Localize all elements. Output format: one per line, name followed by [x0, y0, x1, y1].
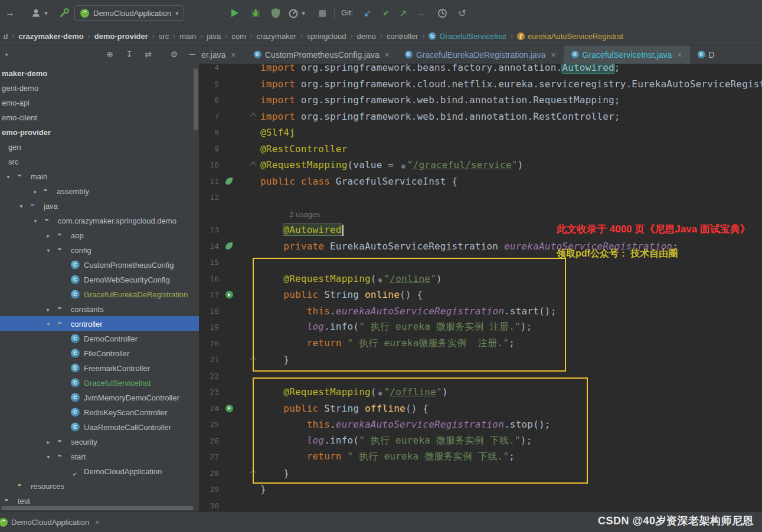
line-number[interactable]: 15	[199, 258, 221, 267]
line-number[interactable]: 5	[199, 80, 221, 88]
tree-item-democloudapplication[interactable]: DemoCloudApplication	[0, 464, 199, 478]
tree-item-democontroller[interactable]: CDemoController	[0, 331, 199, 346]
close-tab-icon[interactable]: ×	[677, 50, 682, 60]
settings-icon[interactable]: ⚙	[168, 48, 180, 60]
chevron-down-icon[interactable]: ▾	[42, 7, 50, 19]
nav-forward-icon[interactable]: →	[4, 7, 17, 19]
tree-item-gent-demo[interactable]: gent-demo	[0, 80, 199, 95]
git-push-icon[interactable]: ↗	[397, 7, 410, 19]
run-with-coverage-icon[interactable]	[269, 7, 282, 19]
chevron-down-icon[interactable]: ▾	[45, 320, 52, 327]
horizontal-scrollbar[interactable]	[1, 506, 194, 510]
tree-item-controller[interactable]: ▾controller	[0, 316, 199, 331]
close-tab-icon[interactable]: ×	[551, 50, 555, 60]
breadcrumb-item-d[interactable]: d	[4, 32, 8, 41]
tree-item-constants[interactable]: ▸constants	[0, 301, 199, 316]
line-number[interactable]: 24	[199, 404, 221, 413]
line-number[interactable]: 20	[199, 339, 221, 348]
chevron-down-icon[interactable]: ▾	[18, 202, 25, 209]
chevron-right-icon[interactable]: ▸	[45, 306, 52, 312]
debug-icon[interactable]	[249, 7, 262, 19]
rollback-icon[interactable]: ↺	[456, 7, 469, 19]
close-tab-icon[interactable]: ×	[231, 50, 236, 60]
hide-icon[interactable]: ─	[187, 48, 198, 60]
compare-icon[interactable]: ⇄	[142, 48, 154, 60]
line-number[interactable]: 12	[199, 193, 221, 202]
git-update-icon[interactable]: ↙	[361, 7, 374, 19]
chevron-down-icon[interactable]: ▾	[45, 247, 52, 253]
tree-item-gracefulserviceinst[interactable]: CGracefulServiceInst	[0, 375, 199, 390]
line-number[interactable]: 7	[199, 112, 221, 121]
line-number[interactable]: 23	[199, 387, 221, 396]
line-number[interactable]: 27	[199, 452, 221, 461]
line-number[interactable]: 10	[199, 160, 221, 169]
editor-tab-er-java[interactable]: er.java×	[199, 45, 246, 64]
tree-item-resources[interactable]: resources	[0, 478, 199, 493]
line-number[interactable]: 21	[199, 355, 221, 364]
breadcrumb-item-demo-provider[interactable]: demo-provider	[94, 32, 148, 41]
tree-item-uaaremotecallcontroller[interactable]: CUaaRemoteCallController	[0, 419, 199, 434]
profiler-icon[interactable]	[287, 7, 300, 19]
request-mapping-icon[interactable]	[225, 405, 233, 412]
line-number[interactable]: 18	[199, 307, 221, 316]
chevron-right-icon[interactable]: ▸	[45, 438, 52, 445]
breadcrumb-item-main[interactable]: main	[179, 32, 196, 41]
chevron-right-icon[interactable]: ▸	[45, 232, 52, 238]
line-number[interactable]: 19	[199, 323, 221, 331]
tree-item-freemarkcontroller[interactable]: CFreemarkController	[0, 360, 199, 375]
line-number[interactable]: 8	[199, 128, 221, 137]
chevron-down-icon[interactable]: ▾	[5, 173, 12, 179]
spring-bean-icon[interactable]	[225, 178, 233, 185]
fold-marker-icon[interactable]	[250, 162, 256, 168]
git-commit-icon[interactable]: ✔	[380, 7, 393, 19]
breadcrumb-item-com[interactable]: com	[231, 32, 246, 41]
editor-tab-d[interactable]: CD	[690, 45, 715, 64]
tree-item-gen[interactable]: gen	[0, 139, 199, 154]
wrench-icon[interactable]	[58, 7, 71, 19]
spring-bean-icon[interactable]	[225, 242, 233, 249]
breadcrumb-item-src[interactable]: src	[159, 32, 169, 41]
tree-item-aop[interactable]: ▸aop	[0, 228, 199, 242]
line-number[interactable]: 17	[199, 290, 221, 299]
stop-button[interactable]	[319, 10, 326, 17]
chevron-down-icon[interactable]: ▾	[300, 7, 307, 19]
breadcrumb-item-crazymaker[interactable]: crazymaker	[257, 32, 296, 41]
tree-item-security[interactable]: ▸security	[0, 434, 199, 449]
chevron-down-icon[interactable]: ▾	[32, 217, 39, 224]
tree-item-emo-client[interactable]: emo-client	[0, 110, 199, 124]
tree-item-jvmmemorydemocontroller[interactable]: CJvmMemoryDemoController	[0, 390, 199, 405]
history-icon[interactable]	[436, 7, 449, 19]
request-mapping-icon[interactable]	[225, 291, 233, 298]
fold-marker-icon[interactable]	[250, 356, 256, 363]
locate-icon[interactable]: ⊕	[104, 48, 116, 60]
git-cherry-pick-icon[interactable]: →	[414, 7, 427, 19]
fold-marker-icon[interactable]	[250, 113, 256, 120]
tree-item-assembly[interactable]: ▸assembly	[0, 183, 199, 198]
chevron-down-icon[interactable]: ▾	[45, 453, 52, 459]
run-tool-window-tab[interactable]: DemoCloudApplication ×	[0, 518, 100, 527]
vertical-scrollbar[interactable]	[194, 68, 198, 130]
chevron-right-icon[interactable]: ▸	[32, 188, 39, 194]
line-number[interactable]: 9	[199, 145, 221, 153]
line-number[interactable]: 14	[199, 242, 221, 251]
breadcrumb-item-java[interactable]: java	[207, 32, 221, 41]
tree-item-com-crazymaker-springcloud-demo[interactable]: ▾com.crazymaker.springcloud.demo	[0, 213, 199, 228]
tree-item-maker-demo[interactable]: maker-demo	[0, 65, 199, 80]
tree-item-emo-api[interactable]: emo-api	[0, 95, 199, 110]
tree-item-start[interactable]: ▾start	[0, 449, 199, 464]
run-button[interactable]	[231, 9, 238, 17]
line-number[interactable]: 30	[199, 501, 221, 510]
line-number[interactable]: 25	[199, 420, 221, 429]
editor-tab-gracefulserviceinst-java[interactable]: CGracefulServiceInst.java×	[564, 45, 690, 64]
line-number[interactable]: 28	[199, 469, 221, 478]
tree-item-gracefuleurekaderegistration[interactable]: CGracefulEurekaDeRegistration	[0, 287, 199, 301]
tree-item-filecontroller[interactable]: CFileController	[0, 346, 199, 360]
breadcrumb-item-controller[interactable]: controller	[387, 32, 418, 41]
breadcrumb-item-crazymaker-demo[interactable]: crazymaker-demo	[18, 32, 84, 41]
line-number[interactable]: 13	[199, 225, 221, 234]
breadcrumb-item-demo[interactable]: demo	[357, 32, 376, 41]
tree-item-src[interactable]: src	[0, 154, 199, 169]
tree-item-config[interactable]: ▾config	[0, 242, 199, 257]
close-icon[interactable]: ×	[95, 518, 100, 527]
chevron-down-icon[interactable]: ▾	[1, 48, 12, 60]
